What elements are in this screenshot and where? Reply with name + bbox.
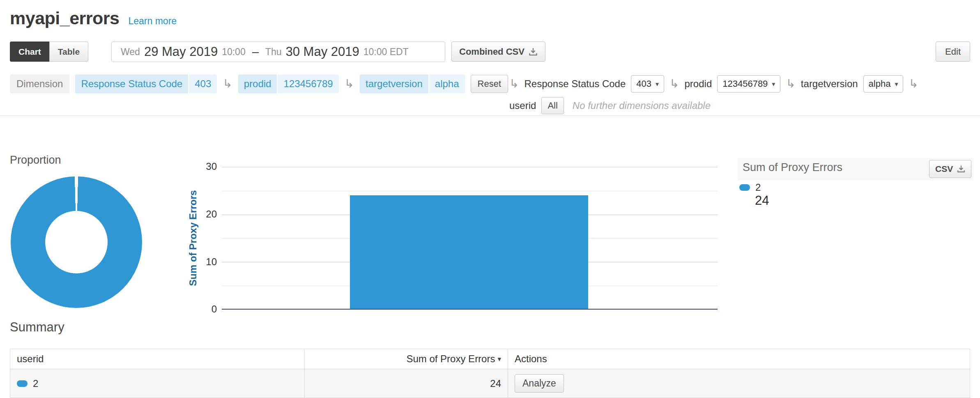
drilldown-select-targetversion[interactable]: alpha ▾ xyxy=(863,75,904,93)
start-date: 29 May 2019 xyxy=(144,44,218,59)
level-down-arrow-icon: ↳ xyxy=(669,78,679,90)
start-time: 10:00 xyxy=(222,46,246,58)
table-header-row: userid Sum of Proxy Errors ▾ Actions xyxy=(10,349,970,369)
userid-all-button[interactable]: All xyxy=(541,97,564,114)
bar-rect[interactable] xyxy=(350,195,588,309)
drilldown-panel: ↳ Response Status Code 403 ▾ ↳ prodid 12… xyxy=(509,74,980,116)
level-down-arrow-icon: ↳ xyxy=(223,78,232,90)
gridline xyxy=(222,167,718,167)
end-day: Thu xyxy=(265,46,282,58)
column-header-actions[interactable]: Actions xyxy=(508,349,970,369)
y-tick-0: 0 xyxy=(185,303,217,315)
drilldown-select-prodid[interactable]: 123456789 ▾ xyxy=(717,75,780,93)
sort-descending-icon: ▾ xyxy=(497,355,501,363)
csv-button[interactable]: CSV xyxy=(929,160,971,178)
legend-item[interactable]: 2 xyxy=(739,182,761,193)
chip-value: 123456789 xyxy=(278,74,338,93)
chip-name: Response Status Code xyxy=(75,74,188,93)
download-icon xyxy=(529,47,538,56)
analytics-report-page: myapi_errors Learn more Chart Table Wed … xyxy=(0,0,980,398)
chip-value: alpha xyxy=(429,74,465,93)
combined-csv-label: Combined CSV xyxy=(459,46,525,57)
drilldown-row-2: userid All No further dimensions availab… xyxy=(509,96,980,116)
level-down-arrow-icon: ↳ xyxy=(786,78,795,90)
drilldown-name: targetversion xyxy=(801,78,858,90)
drilldown-selected-value: 123456789 xyxy=(722,79,768,89)
gridline xyxy=(222,191,718,191)
chip-name: prodid xyxy=(238,74,277,93)
page-title: myapi_errors xyxy=(10,8,120,28)
chip-name: targetversion xyxy=(360,74,428,93)
cell-userid: 2 xyxy=(10,369,304,398)
drilldown-name: Response Status Code xyxy=(524,78,626,90)
edit-button[interactable]: Edit xyxy=(936,42,970,62)
bar-chart-plot-area xyxy=(222,167,718,310)
dimension-label: Dimension xyxy=(10,74,69,93)
chevron-down-icon: ▾ xyxy=(772,80,775,88)
y-axis-label: Sum of Proxy Errors xyxy=(187,190,199,286)
legend-item-value: 24 xyxy=(755,193,769,208)
level-down-arrow-icon: ↳ xyxy=(909,78,918,90)
legend-title: Sum of Proxy Errors xyxy=(743,161,842,174)
drilldown-selected-value: alpha xyxy=(869,79,891,89)
csv-label: CSV xyxy=(935,164,953,174)
reset-button[interactable]: Reset xyxy=(471,75,508,93)
drilldown-selected-value: 403 xyxy=(636,79,651,89)
cell-sum-of-proxy-errors: 24 xyxy=(304,369,508,398)
end-date: 30 May 2019 xyxy=(285,44,359,59)
x-axis-baseline xyxy=(222,309,718,310)
drilldown-select-response-status-code[interactable]: 403 ▾ xyxy=(631,75,664,93)
y-tick-10: 10 xyxy=(185,256,217,268)
combined-csv-button[interactable]: Combined CSV xyxy=(451,42,545,62)
drilldown-row-1: ↳ Response Status Code 403 ▾ ↳ prodid 12… xyxy=(509,74,980,94)
donut-hole xyxy=(45,211,108,273)
dimension-breadcrumb: Dimension Response Status Code 403 ↳ pro… xyxy=(10,74,508,94)
download-icon xyxy=(957,165,965,173)
series-swatch xyxy=(17,380,28,387)
cell-actions: Analyze xyxy=(508,369,970,398)
drilldown-name: userid xyxy=(509,100,536,111)
table-toggle-button[interactable]: Table xyxy=(49,42,88,62)
column-header-label: Sum of Proxy Errors xyxy=(406,353,495,365)
date-range-separator: – xyxy=(252,45,259,59)
end-time: 10:00 EDT xyxy=(363,46,409,58)
userid-value: 2 xyxy=(33,378,38,389)
legend-item-label: 2 xyxy=(755,182,761,193)
start-day: Wed xyxy=(121,46,140,58)
breadcrumb-chip-prodid[interactable]: prodid 123456789 xyxy=(238,74,339,93)
learn-more-link[interactable]: Learn more xyxy=(129,16,177,27)
drilldown-name: prodid xyxy=(685,78,712,90)
y-tick-20: 20 xyxy=(185,208,217,220)
no-more-dimensions-note: No further dimensions available xyxy=(573,100,711,111)
level-down-arrow-icon: ↳ xyxy=(345,78,354,90)
proportion-chart-area xyxy=(10,171,175,313)
chevron-down-icon: ▾ xyxy=(656,80,659,88)
analyze-button[interactable]: Analyze xyxy=(515,374,564,393)
legend-swatch xyxy=(739,184,750,191)
chip-value: 403 xyxy=(189,74,217,93)
date-range-picker[interactable]: Wed 29 May 2019 10:00 – Thu 30 May 2019 … xyxy=(111,42,445,62)
proportion-title: Proportion xyxy=(10,154,61,167)
column-header-sum-of-proxy-errors[interactable]: Sum of Proxy Errors ▾ xyxy=(304,349,508,369)
level-down-arrow-icon: ↳ xyxy=(509,78,519,90)
y-tick-30: 30 xyxy=(185,161,217,172)
chevron-down-icon: ▾ xyxy=(895,80,898,88)
chart-toggle-button[interactable]: Chart xyxy=(10,42,49,62)
section-divider xyxy=(0,116,980,116)
table-row: 2 24 Analyze xyxy=(10,369,970,398)
breadcrumb-chip-response-status-code[interactable]: Response Status Code 403 xyxy=(75,74,217,93)
donut-chart[interactable] xyxy=(11,176,142,308)
view-toggle: Chart Table xyxy=(10,42,88,62)
summary-title: Summary xyxy=(10,320,64,335)
summary-table: userid Sum of Proxy Errors ▾ Actions 2 2… xyxy=(10,349,970,398)
report-header: myapi_errors Learn more xyxy=(10,8,177,28)
column-header-userid[interactable]: userid xyxy=(10,349,304,369)
breadcrumb-chip-targetversion[interactable]: targetversion alpha xyxy=(360,74,465,93)
